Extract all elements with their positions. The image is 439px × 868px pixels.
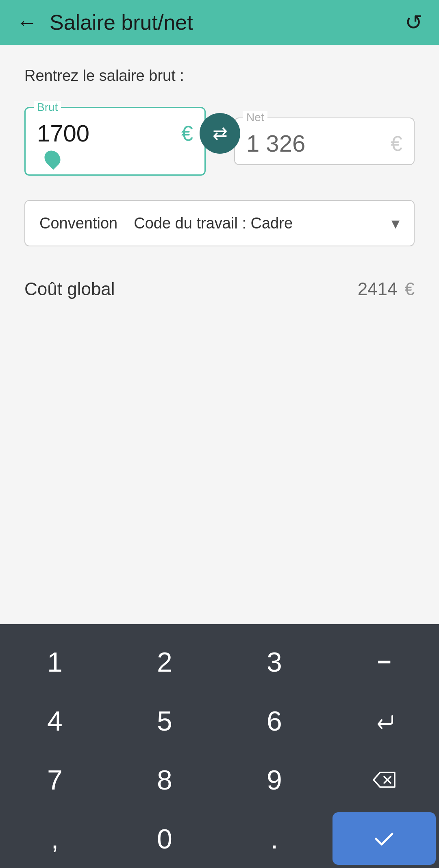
back-button[interactable]: ← [16, 12, 37, 33]
key-5[interactable]: 5 [110, 691, 220, 750]
main-content: Rentrez le salaire brut : Brut 1700 € ⇄ … [0, 45, 439, 624]
cout-global-row: Coût global 2414 € [24, 271, 415, 307]
key-8[interactable]: 8 [110, 750, 220, 809]
key-9[interactable]: 9 [220, 750, 329, 809]
convention-value: Code du travail : Cadre [134, 215, 391, 232]
key-dot[interactable]: . [220, 809, 329, 868]
instruction-label: Rentrez le salaire brut : [24, 67, 415, 85]
brut-input-box[interactable]: Brut 1700 € [24, 107, 206, 176]
cout-global-label: Coût global [24, 279, 115, 299]
key-6[interactable]: 6 [220, 691, 329, 750]
cout-global-value-row: 2414 € [358, 279, 415, 299]
slider-indicator [37, 150, 193, 167]
swap-icon: ⇄ [213, 123, 228, 144]
net-value: 1 326 [246, 130, 305, 157]
slider-dot [41, 147, 63, 170]
key-return[interactable] [329, 691, 439, 750]
convention-dropdown[interactable]: Convention Code du travail : Cadre ▾ [24, 200, 415, 246]
net-input-box[interactable]: Net 1 326 € [234, 117, 415, 165]
cout-global-value: 2414 [358, 279, 398, 299]
key-minus[interactable]: − [329, 632, 439, 691]
brut-value: 1700 [37, 120, 89, 147]
numeric-keyboard: 1 2 3 − 4 5 6 7 8 9 , 0 . [0, 624, 439, 868]
cout-euro-icon: € [405, 279, 415, 299]
key-4[interactable]: 4 [0, 691, 110, 750]
keyboard-grid: 1 2 3 − 4 5 6 7 8 9 , 0 . [0, 632, 439, 868]
convention-label: Convention [39, 215, 117, 232]
key-7[interactable]: 7 [0, 750, 110, 809]
swap-button[interactable]: ⇄ [200, 113, 240, 154]
app-header: ← Salaire brut/net ↺ [0, 0, 439, 45]
salary-inputs-row: Brut 1700 € ⇄ Net 1 326 € [24, 107, 415, 176]
key-backspace[interactable] [329, 750, 439, 809]
reset-button[interactable]: ↺ [405, 10, 423, 35]
net-euro-icon: € [391, 131, 402, 156]
key-enter[interactable] [333, 812, 436, 865]
brut-value-row: 1700 € [37, 120, 193, 147]
net-label: Net [243, 111, 267, 124]
key-1[interactable]: 1 [0, 632, 110, 691]
chevron-down-icon: ▾ [391, 214, 400, 233]
key-0[interactable]: 0 [110, 809, 220, 868]
key-comma[interactable]: , [0, 809, 110, 868]
brut-label: Brut [34, 101, 61, 114]
net-value-row: 1 326 € [246, 130, 402, 157]
page-title: Salaire brut/net [50, 10, 405, 35]
key-2[interactable]: 2 [110, 632, 220, 691]
key-3[interactable]: 3 [220, 632, 329, 691]
brut-euro-icon: € [181, 121, 193, 146]
